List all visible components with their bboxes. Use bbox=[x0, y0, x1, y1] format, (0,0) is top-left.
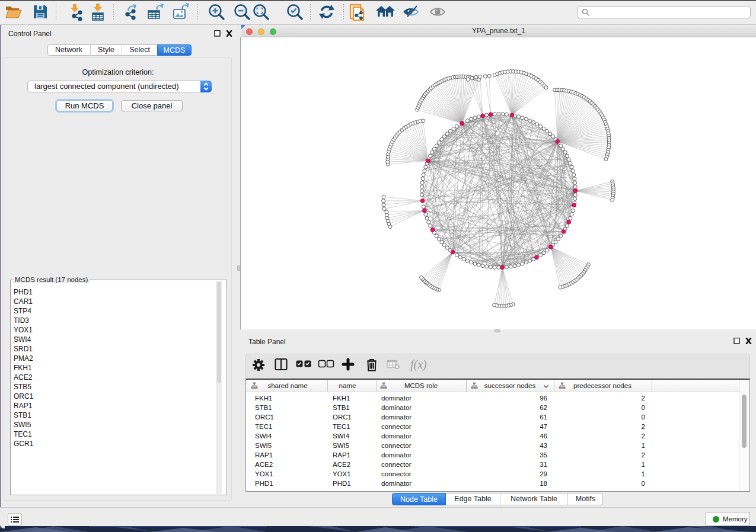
svg-text:f(x): f(x) bbox=[410, 358, 427, 371]
